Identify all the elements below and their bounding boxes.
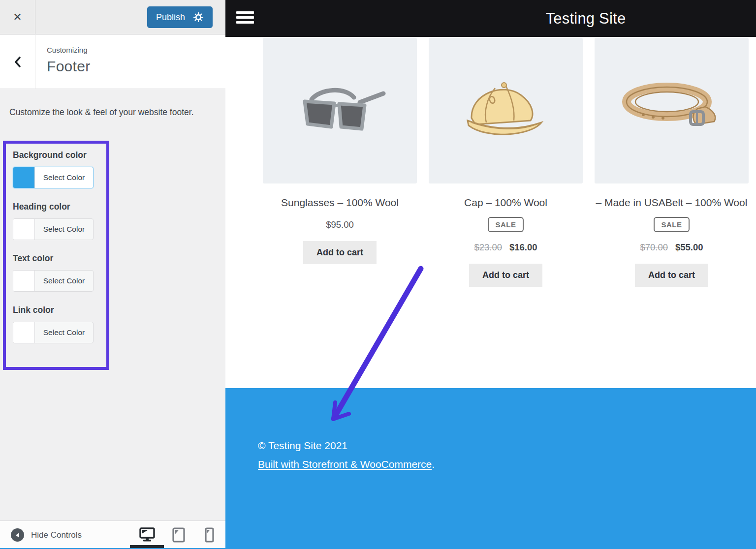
product-title[interactable]: Cap – 100% Wool <box>464 196 547 210</box>
heading-color-picker[interactable]: Select Color <box>13 218 94 240</box>
link-color-control: Link color Select Color <box>13 305 106 343</box>
close-customizer-button[interactable]: ✕ <box>0 0 35 34</box>
product-old-price: $70.00 <box>640 242 668 253</box>
select-color-button[interactable]: Select Color <box>35 219 93 240</box>
footer-copyright: © Testing Site 2021 <box>258 436 435 455</box>
background-color-swatch[interactable] <box>13 167 35 188</box>
site-preview: Testing Site Sunglasses – 100% Wool $95.… <box>225 0 756 549</box>
sale-badge: SALE <box>488 217 523 232</box>
product-card: Cap – 100% Wool SALE $23.00 $16.00 Add t… <box>429 38 583 287</box>
text-color-picker[interactable]: Select Color <box>13 270 94 292</box>
customizer-bottombar: Hide Controls <box>0 520 225 549</box>
background-color-control: Background color Select Color <box>13 150 106 188</box>
select-color-button[interactable]: Select Color <box>35 167 93 188</box>
footer-credit: Built with Storefront & WooCommerce. <box>258 455 435 474</box>
link-color-picker[interactable]: Select Color <box>13 322 94 343</box>
add-to-cart-button[interactable]: Add to cart <box>635 264 708 287</box>
customizing-label: Customizing <box>47 46 91 54</box>
customizer-topbar: ✕ Publish <box>0 0 225 34</box>
collapse-arrow-icon <box>11 528 24 542</box>
product-grid: Sunglasses – 100% Wool $95.00 Add to car… <box>263 38 749 287</box>
link-color-swatch[interactable] <box>13 322 35 343</box>
footer-credit-period: . <box>432 458 435 470</box>
back-button[interactable] <box>0 35 35 89</box>
product-image-belt[interactable] <box>595 38 749 183</box>
phone-preview-button[interactable] <box>205 527 214 544</box>
desktop-preview-button[interactable] <box>139 527 155 544</box>
select-color-button[interactable]: Select Color <box>35 271 93 291</box>
publish-label: Publish <box>156 12 185 23</box>
gear-icon[interactable] <box>193 12 204 23</box>
product-image-sunglasses[interactable] <box>263 38 417 183</box>
product-title[interactable]: Sunglasses – 100% Wool <box>281 196 399 210</box>
add-to-cart-button[interactable]: Add to cart <box>469 264 542 287</box>
link-color-label: Link color <box>13 305 106 315</box>
phone-icon <box>205 527 214 543</box>
sale-badge: SALE <box>654 217 689 232</box>
product-price: $95.00 <box>326 219 354 230</box>
product-old-price: $23.00 <box>474 242 502 253</box>
product-image-cap[interactable] <box>429 38 583 183</box>
tablet-icon <box>172 527 185 543</box>
heading-color-label: Heading color <box>13 202 106 212</box>
background-color-picker[interactable]: Select Color <box>13 167 94 188</box>
panel-title: Footer <box>47 58 91 75</box>
site-header: Testing Site <box>225 0 756 37</box>
publish-button[interactable]: Publish <box>147 6 213 28</box>
product-card: Sunglasses – 100% Wool $95.00 Add to car… <box>263 38 417 287</box>
text-color-swatch[interactable] <box>13 271 35 291</box>
add-to-cart-button[interactable]: Add to cart <box>303 241 377 264</box>
site-title[interactable]: Testing Site <box>546 10 626 28</box>
highlight-annotation-box: Background color Select Color Heading co… <box>3 141 109 370</box>
tablet-preview-button[interactable] <box>172 527 185 544</box>
panel-header: Customizing Footer <box>0 35 225 89</box>
text-color-label: Text color <box>13 253 106 264</box>
menu-icon[interactable] <box>236 11 254 26</box>
background-color-label: Background color <box>13 150 106 160</box>
chevron-left-icon <box>12 56 23 68</box>
product-price: $55.00 <box>675 242 703 253</box>
select-color-button[interactable]: Select Color <box>35 322 93 343</box>
product-price: $16.00 <box>509 242 537 253</box>
heading-color-control: Heading color Select Color <box>13 202 106 240</box>
product-card: – Made in USABelt – 100% Wool SALE $70.0… <box>595 38 749 287</box>
customizer-panel: ✕ Publish <box>0 0 225 549</box>
text-color-control: Text color Select Color <box>13 253 106 292</box>
panel-description: Customize the look & feel of your websit… <box>9 106 206 119</box>
close-icon: ✕ <box>13 11 22 24</box>
product-title[interactable]: – Made in USABelt – 100% Wool <box>596 196 748 210</box>
site-footer: © Testing Site 2021 Built with Storefron… <box>225 388 756 549</box>
hide-controls-button[interactable]: Hide Controls <box>11 528 82 542</box>
hide-controls-label: Hide Controls <box>31 530 82 540</box>
heading-color-swatch[interactable] <box>13 219 35 240</box>
desktop-icon <box>139 527 155 542</box>
storefront-credit-link[interactable]: Built with Storefront & WooCommerce <box>258 458 432 470</box>
